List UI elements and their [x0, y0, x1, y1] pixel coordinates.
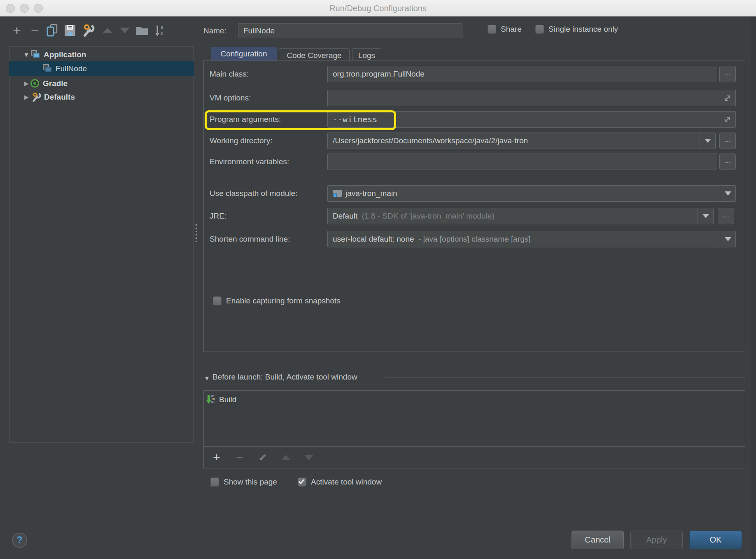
splitter-handle[interactable] [196, 224, 197, 243]
use-classpath-value: java-tron_main [345, 186, 397, 201]
shorten-command-line-detail: - java [options] classname [args] [418, 235, 530, 243]
close-window-button[interactable] [6, 4, 15, 13]
expand-field-icon[interactable] [723, 93, 732, 103]
jre-browse-button[interactable]: ... [718, 208, 734, 224]
shorten-command-line-combo[interactable]: user-local default: none - java [options… [327, 231, 736, 247]
show-this-page-label: Show this page [224, 477, 277, 487]
add-configuration-button[interactable]: + [9, 23, 25, 38]
help-button[interactable]: ? [12, 533, 27, 548]
configurations-tree [9, 46, 194, 443]
tree-item-gradle[interactable]: ▶ Gradle [9, 77, 194, 90]
svg-text:a: a [161, 25, 163, 30]
tab-logs[interactable]: Logs [352, 48, 381, 61]
environment-variables-label: Environment variables: [210, 154, 289, 170]
checkmark-icon [299, 478, 304, 484]
share-checkbox[interactable] [488, 25, 496, 34]
environment-variables-browse-button[interactable]: ... [719, 154, 736, 170]
edit-defaults-button[interactable] [80, 23, 96, 38]
single-instance-label: Single instance only [548, 25, 618, 34]
before-launch-item-build[interactable]: 01 10 01 Build [206, 393, 236, 407]
apply-button[interactable]: Apply [630, 531, 683, 549]
jre-value: Default [333, 212, 357, 220]
tree-item-label: Defaults [44, 93, 75, 102]
jre-dropdown-button[interactable] [698, 208, 713, 224]
share-checkbox-row[interactable]: Share [488, 25, 522, 34]
application-icon [30, 50, 40, 59]
activate-tool-window-checkbox[interactable] [298, 477, 306, 487]
program-arguments-field[interactable]: --witness [327, 111, 736, 128]
minimize-window-button[interactable] [20, 4, 29, 13]
titlebar: Run/Debug Configurations [0, 0, 756, 16]
before-launch-item-label: Build [219, 395, 236, 404]
chevron-right-icon[interactable]: ▶ [22, 93, 30, 101]
show-this-page-checkbox[interactable] [210, 477, 219, 487]
shorten-command-line-dropdown-button[interactable] [720, 231, 735, 247]
move-down-icon [304, 455, 313, 460]
single-instance-checkbox[interactable] [535, 25, 544, 34]
activate-tool-window-checkbox-row[interactable]: Activate tool window [298, 477, 382, 487]
window-right-edge [751, 16, 756, 559]
before-launch-list: 01 10 01 Build + − [203, 390, 745, 468]
before-launch-remove-button[interactable]: − [233, 450, 246, 464]
expand-field-icon[interactable] [723, 115, 732, 124]
tab-code-coverage[interactable]: Code Coverage [279, 48, 350, 61]
before-launch-move-down-button[interactable] [303, 455, 315, 460]
chevron-down-icon [725, 237, 731, 241]
jre-label: JRE: [210, 208, 226, 224]
tree-item-defaults[interactable]: ▶ Defaults [9, 90, 194, 104]
main-class-value: org.tron.program.FullNode [333, 70, 425, 78]
name-input[interactable] [238, 23, 462, 38]
remove-configuration-button[interactable]: − [27, 23, 43, 38]
minus-icon: − [236, 450, 243, 464]
name-label: Name: [203, 23, 226, 38]
vm-options-label: VM options: [210, 90, 251, 106]
wrench-gear-icon [81, 24, 95, 37]
shorten-command-line-value: user-local default: none [333, 235, 414, 243]
working-directory-field[interactable]: /Users/jackforest/Documents/workspace/ja… [327, 133, 716, 149]
ok-button[interactable]: OK [689, 531, 742, 549]
single-instance-checkbox-row[interactable]: Single instance only [535, 25, 618, 34]
use-classpath-combo[interactable]: java-tron_main [327, 185, 736, 202]
before-launch-collapse-toggle[interactable]: ▼ [204, 375, 210, 382]
use-classpath-dropdown-button[interactable] [720, 186, 735, 201]
create-folder-button[interactable] [134, 23, 150, 38]
minus-icon: − [31, 23, 39, 38]
plus-icon: + [13, 23, 21, 38]
copy-configuration-button[interactable] [44, 23, 60, 38]
working-directory-dropdown-button[interactable] [700, 133, 715, 149]
enable-capturing-checkbox[interactable] [213, 296, 222, 305]
before-launch-move-up-button[interactable] [280, 455, 292, 460]
before-launch-edit-button[interactable] [257, 452, 269, 462]
jre-combo[interactable]: Default (1.8 - SDK of 'java-tron_main' m… [327, 208, 714, 224]
sort-configurations-button[interactable]: a z [152, 23, 167, 38]
before-launch-separator [385, 377, 745, 377]
folder-icon [136, 26, 148, 35]
move-up-button[interactable] [100, 23, 115, 38]
tree-item-fullnode[interactable]: FullNode [9, 61, 194, 76]
chevron-right-icon[interactable]: ▶ [22, 80, 30, 87]
main-class-browse-button[interactable]: ... [719, 66, 736, 82]
move-down-button[interactable] [117, 23, 133, 38]
before-launch-add-button[interactable]: + [210, 450, 223, 464]
chevron-down-icon[interactable]: ▼ [22, 51, 30, 58]
main-class-label: Main class: [210, 66, 249, 82]
tree-item-application[interactable]: ▼ Application [9, 48, 194, 61]
working-directory-value: /Users/jackforest/Documents/workspace/ja… [333, 136, 528, 145]
build-icon: 01 10 01 [206, 394, 215, 405]
enable-capturing-checkbox-row[interactable]: Enable capturing form snapshots [213, 296, 341, 305]
tree-item-label: Application [44, 50, 86, 59]
pencil-icon [258, 452, 268, 462]
before-launch-toolbar: + − [204, 446, 745, 468]
zoom-window-button[interactable] [34, 4, 43, 13]
environment-variables-field[interactable] [327, 154, 717, 170]
move-up-icon [103, 28, 112, 33]
working-directory-browse-button[interactable]: ... [719, 133, 736, 149]
vm-options-field[interactable] [327, 90, 736, 106]
tab-configuration[interactable]: Configuration [211, 47, 277, 61]
save-configuration-button[interactable] [62, 23, 78, 38]
cancel-button[interactable]: Cancel [572, 531, 624, 549]
share-label: Share [501, 25, 522, 34]
window-title: Run/Debug Configurations [0, 0, 756, 16]
main-class-field[interactable]: org.tron.program.FullNode [327, 66, 717, 82]
show-this-page-checkbox-row[interactable]: Show this page [210, 477, 277, 487]
